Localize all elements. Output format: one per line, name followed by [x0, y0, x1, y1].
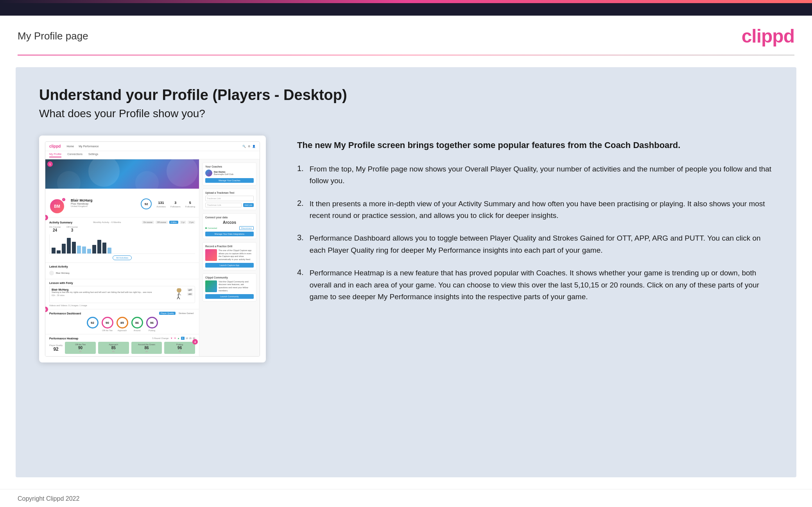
- community-title: Clippd Community: [205, 276, 254, 279]
- section-badge-3: 3: [45, 307, 48, 312]
- activity-bar-chart: [49, 234, 195, 254]
- heatmap-app[interactable]: Approach 85 ↓↓: [98, 342, 129, 354]
- section-badge-1: 1: [47, 161, 53, 167]
- circle-approach: 85: [117, 317, 128, 328]
- drill-card: The one of the Clippd Capture app allows…: [205, 249, 254, 261]
- perf-approach[interactable]: 85 Approach: [117, 317, 128, 332]
- lesson-card: Blair McHarg Starting to feel like my ri…: [49, 286, 195, 303]
- community-text: Visit the Clippd Community and discover …: [219, 280, 254, 293]
- performance-section: 3 Performance Dashboard Player Quality S…: [45, 309, 199, 334]
- profile-info-section: BM ! Blair McHarg Plus Handicap United K…: [45, 189, 199, 217]
- trackman-section: Upload a Trackman Test Trackman Link Tra…: [203, 189, 256, 210]
- heatmap-app-val: 85: [100, 346, 127, 350]
- perf-putting[interactable]: 96 Putting: [146, 317, 158, 332]
- coaches-section: Your Coaches Dan Davies Barnmajlis Golf …: [203, 162, 256, 186]
- heatmap-5[interactable]: 5: [181, 337, 185, 340]
- circle-putting-label: Putting: [146, 329, 158, 332]
- filter-1yr[interactable]: 1 yr: [180, 221, 186, 224]
- app-sub-nav: My Profile Connections Settings: [45, 151, 260, 159]
- bar-5: [72, 242, 76, 254]
- lesson-section: Lesson with Fenly Blair McHarg Starting …: [45, 279, 199, 309]
- perf-offtee[interactable]: 90 Off the Tee: [102, 317, 113, 332]
- feature-number-2: 2.: [297, 198, 304, 208]
- toggle-quality[interactable]: Player Quality: [159, 312, 176, 315]
- community-card: Visit the Clippd Community and discover …: [205, 280, 254, 293]
- feature-list: 1. From the top, My Profile page now sho…: [297, 163, 773, 303]
- filter-oncourse[interactable]: On course: [142, 221, 154, 224]
- launch-capture-btn[interactable]: Launch Capture App: [205, 263, 254, 268]
- circle-putting: 96: [146, 317, 158, 328]
- user-icon[interactable]: 👤: [252, 145, 256, 148]
- trackman-add-btn[interactable]: Add Link: [243, 203, 254, 207]
- logo: clippd: [742, 25, 794, 47]
- heatmap-down2: ▼: [174, 337, 176, 339]
- profile-stats: 92 131 Activities 3 Followers: [141, 198, 195, 210]
- search-icon[interactable]: 🔍: [242, 145, 246, 148]
- heatmap-rounds-label: 5 Round Change:: [152, 337, 169, 339]
- app-nav-icons: 🔍 ⚙ 👤: [242, 145, 256, 148]
- app-main-area: 1 BM ! Blair McHarg Plus Handicap: [45, 159, 199, 356]
- feature-item-1: 1. From the top, My Profile page now sho…: [297, 163, 773, 187]
- latest-activity-item: Blair McHarg: [49, 270, 195, 277]
- profile-handicap: Plus Handicap: [71, 202, 135, 205]
- performance-header: Performance Dashboard Player Quality Str…: [49, 312, 195, 315]
- profile-name-area: Blair McHarg Plus Handicap United Kingdo…: [71, 198, 135, 207]
- performance-toggle: Player Quality Strokes Gained: [159, 312, 195, 315]
- heatmap-putt[interactable]: Putting 96 ↓↓ 4: [164, 342, 195, 354]
- following-label: Following: [185, 205, 195, 208]
- connect-item: Connected Disconnect: [205, 226, 254, 230]
- following-value: 5: [185, 201, 195, 205]
- circle-around: 86: [131, 317, 143, 328]
- heatmap-tee[interactable]: Off the Tee 90 ↓↓: [65, 342, 96, 354]
- heatmap-15[interactable]: 15: [189, 337, 192, 339]
- bar-9: [92, 245, 96, 254]
- manage-coaches-btn[interactable]: Manage Your Coaches: [205, 178, 254, 183]
- heatmap-up: ▲: [177, 337, 180, 339]
- trackman-input[interactable]: Trackman Link: [205, 196, 254, 201]
- coach-avatar: [205, 170, 212, 177]
- bar-1: [52, 248, 56, 254]
- filter-6mths[interactable]: 6 Mths: [169, 221, 178, 224]
- lesson-desc: Starting to feel like my rights are ankl…: [52, 291, 171, 294]
- perf-around[interactable]: 86 Around: [131, 317, 143, 332]
- subnav-profile[interactable]: My Profile: [49, 153, 61, 157]
- activity-stats: On Course 24 Off Course 3: [49, 226, 195, 232]
- heatmap-tee-arrow: ↓↓: [67, 350, 94, 352]
- feature-text-3: Performance Dashboard allows you to togg…: [310, 232, 773, 256]
- app-body: 1 BM ! Blair McHarg Plus Handicap: [45, 159, 260, 356]
- filter-offcourse[interactable]: Off course: [156, 221, 168, 224]
- drill-section: Record a Practice Drill The one of the C…: [203, 242, 256, 270]
- bar-6: [77, 246, 81, 254]
- all-activities-btn[interactable]: All Activities: [49, 256, 195, 259]
- lesson-tag-2: drill: [187, 293, 193, 296]
- subnav-connections[interactable]: Connections: [67, 153, 82, 157]
- lesson-info: Blair McHarg Starting to feel like my ri…: [52, 288, 171, 301]
- app-logo: clippd: [49, 144, 61, 148]
- toggle-strokes[interactable]: Strokes Gained: [177, 312, 195, 315]
- bar-2: [57, 250, 61, 254]
- activity-item-icon: [49, 271, 54, 275]
- perf-overall[interactable]: 92: [87, 317, 99, 332]
- filter-2yr[interactable]: 2 yrs: [188, 221, 195, 224]
- heatmap-pq-label: Player Quality: [49, 344, 63, 346]
- bar-11: [102, 243, 106, 254]
- subnav-settings[interactable]: Settings: [88, 153, 98, 157]
- disconnect-btn[interactable]: Disconnect: [239, 226, 254, 230]
- activities-value: 131: [156, 201, 166, 205]
- manage-integrations-btn[interactable]: Manage Your Data Integrations: [205, 232, 254, 236]
- main-content: Understand your Profile (Players - Deskt…: [16, 67, 796, 477]
- profile-name: Blair McHarg: [71, 198, 135, 202]
- latest-activity-title: Latest Activity: [49, 265, 195, 268]
- launch-community-btn[interactable]: Launch Community: [205, 294, 254, 299]
- settings-icon[interactable]: ⚙: [248, 145, 250, 148]
- heatmap-tee-val: 90: [67, 346, 94, 350]
- svg-line-1: [178, 293, 179, 297]
- copyright-text: Copyright Clippd 2022: [18, 495, 79, 502]
- heatmap-arg[interactable]: Around the Green 86 ↓↓: [131, 342, 162, 354]
- heatmap-10[interactable]: 10: [186, 337, 188, 339]
- trackman-url-input[interactable]: Trackman Link: [205, 203, 242, 207]
- performance-title: Performance Dashboard: [49, 312, 81, 315]
- coach-item: Dan Davies Barnmajlis Golf Club: [205, 170, 254, 177]
- lesson-card-title: Blair McHarg: [52, 288, 171, 291]
- feature-number-1: 1.: [297, 163, 304, 173]
